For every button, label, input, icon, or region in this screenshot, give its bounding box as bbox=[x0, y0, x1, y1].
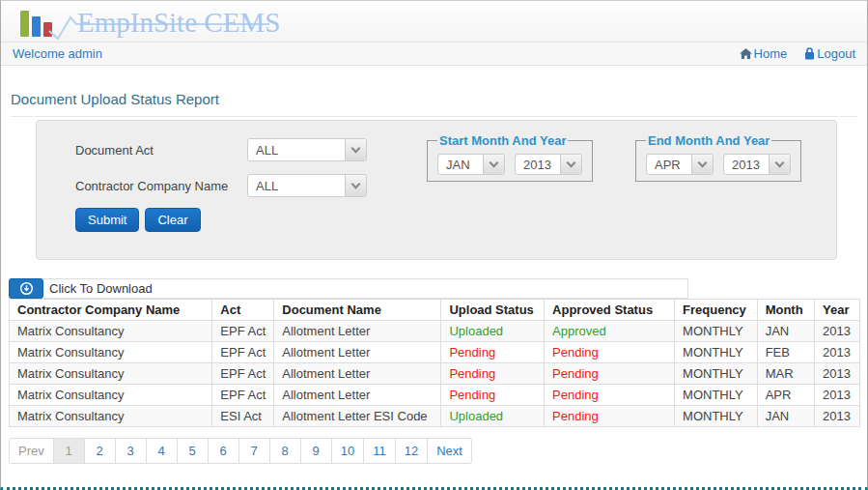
table-row: Matrix Consultancy EPF Act Allotment Let… bbox=[10, 363, 860, 385]
filter-panel: Document Act ALL Contractor Company Name… bbox=[36, 120, 837, 260]
cell-document: Allotment Letter ESI Code bbox=[274, 406, 441, 427]
download-toolbar: Click To Download bbox=[9, 278, 688, 299]
pagination-page-11[interactable]: 11 bbox=[363, 439, 395, 463]
table-row: Matrix Consultancy EPF Act Allotment Let… bbox=[10, 321, 860, 342]
cell-upload-status: Pending bbox=[441, 385, 545, 406]
pagination-prev[interactable]: Prev bbox=[10, 439, 53, 463]
end-year-value: 2013 bbox=[724, 158, 760, 172]
lock-icon bbox=[804, 47, 815, 60]
start-month-year-label: Start Month And Year bbox=[437, 133, 568, 148]
end-month-year-label: End Month And Year bbox=[646, 133, 771, 148]
logout-link[interactable]: Logout bbox=[804, 46, 855, 61]
home-link[interactable]: Home bbox=[740, 46, 788, 61]
cell-frequency: MONTHLY bbox=[675, 406, 758, 427]
end-month-select[interactable]: APR bbox=[646, 154, 714, 175]
app-title: EmpInSite CEMS bbox=[56, 4, 280, 41]
cell-approved-status: Pending bbox=[545, 385, 675, 406]
submit-button[interactable]: Submit bbox=[75, 208, 139, 232]
pagination-page-9[interactable]: 9 bbox=[300, 439, 331, 463]
col-contractor-company: Contractor Company Name bbox=[10, 300, 212, 321]
pagination-page-6[interactable]: 6 bbox=[208, 439, 238, 463]
cell-act: ESI Act bbox=[212, 406, 274, 427]
chevron-down-icon[interactable] bbox=[483, 155, 504, 174]
col-frequency: Frequency bbox=[675, 300, 758, 321]
app-window: EmpInSite CEMS Welcome admin Home Logout… bbox=[0, 0, 868, 490]
home-link-label: Home bbox=[754, 46, 788, 61]
download-button[interactable] bbox=[9, 278, 43, 299]
cell-act: EPF Act bbox=[212, 363, 274, 385]
download-label: Click To Download bbox=[49, 281, 153, 296]
cell-frequency: MONTHLY bbox=[675, 321, 758, 342]
cell-upload-status: Pending bbox=[441, 363, 545, 385]
cell-month: FEB bbox=[757, 342, 814, 363]
logout-link-label: Logout bbox=[817, 46, 855, 61]
cell-month: JAN bbox=[757, 321, 814, 342]
cell-upload-status: Uploaded bbox=[441, 321, 545, 342]
home-icon bbox=[740, 48, 752, 60]
cell-company: Matrix Consultancy bbox=[10, 342, 212, 363]
cell-document: Allotment Letter bbox=[274, 363, 441, 385]
pagination-page-12[interactable]: 12 bbox=[395, 439, 427, 463]
col-approved-status: Approved Status bbox=[545, 300, 675, 321]
contractor-company-value: ALL bbox=[248, 179, 278, 193]
end-month-value: APR bbox=[647, 158, 681, 172]
pagination-page-3[interactable]: 3 bbox=[115, 439, 146, 463]
col-act: Act bbox=[212, 300, 274, 321]
start-year-select[interactable]: 2013 bbox=[515, 154, 582, 175]
pagination-page-2[interactable]: 2 bbox=[84, 439, 115, 463]
brand-header: EmpInSite CEMS bbox=[1, 1, 867, 42]
table-row: Matrix Consultancy EPF Act Allotment Let… bbox=[10, 385, 860, 406]
cell-year: 2013 bbox=[815, 321, 860, 342]
pagination-page-7[interactable]: 7 bbox=[238, 439, 269, 463]
pagination-page-4[interactable]: 4 bbox=[146, 439, 177, 463]
cell-act: EPF Act bbox=[212, 321, 274, 342]
cell-frequency: MONTHLY bbox=[675, 363, 758, 385]
cell-company: Matrix Consultancy bbox=[10, 363, 212, 385]
start-month-value: JAN bbox=[438, 158, 470, 172]
table-row: Matrix Consultancy EPF Act Allotment Let… bbox=[10, 342, 860, 363]
chevron-down-icon[interactable] bbox=[560, 155, 581, 174]
cell-document: Allotment Letter bbox=[274, 342, 441, 363]
cell-act: EPF Act bbox=[212, 342, 274, 363]
start-month-select[interactable]: JAN bbox=[437, 154, 505, 175]
cell-company: Matrix Consultancy bbox=[10, 321, 212, 342]
cell-act: EPF Act bbox=[212, 385, 274, 406]
cell-approved-status: Approved bbox=[545, 321, 675, 342]
pagination-page-5[interactable]: 5 bbox=[177, 439, 208, 463]
cell-approved-status: Pending bbox=[545, 363, 675, 385]
cell-month: APR bbox=[757, 385, 814, 406]
welcome-message: Welcome admin bbox=[13, 46, 102, 61]
cell-document: Allotment Letter bbox=[274, 385, 441, 406]
cell-upload-status: Uploaded bbox=[441, 406, 545, 427]
cell-year: 2013 bbox=[815, 342, 860, 363]
bar-chart-logo-icon bbox=[20, 11, 52, 41]
document-act-label: Document Act bbox=[75, 143, 154, 158]
cell-month: JAN bbox=[757, 406, 814, 427]
cell-month: MAR bbox=[757, 363, 814, 385]
pagination-page-10[interactable]: 10 bbox=[331, 439, 363, 463]
pagination-page-8[interactable]: 8 bbox=[269, 439, 300, 463]
cell-year: 2013 bbox=[815, 363, 860, 385]
start-month-year-group: Start Month And Year JAN 2013 bbox=[427, 133, 593, 182]
cell-company: Matrix Consultancy bbox=[10, 385, 212, 406]
contractor-company-select[interactable]: ALL bbox=[247, 174, 367, 197]
chevron-down-icon[interactable] bbox=[769, 155, 790, 174]
app-logo: EmpInSite CEMS bbox=[20, 4, 280, 41]
pagination-next[interactable]: Next bbox=[427, 439, 471, 463]
clear-button[interactable]: Clear bbox=[145, 208, 200, 232]
chevron-down-icon[interactable] bbox=[345, 139, 366, 160]
col-document-name: Document Name bbox=[274, 300, 441, 321]
chevron-down-icon[interactable] bbox=[691, 155, 713, 174]
cell-year: 2013 bbox=[815, 385, 860, 406]
start-year-value: 2013 bbox=[516, 158, 551, 172]
table-header-row: Contractor Company Name Act Document Nam… bbox=[10, 300, 860, 321]
document-act-value: ALL bbox=[248, 143, 278, 158]
contractor-company-label: Contractor Company Name bbox=[75, 179, 228, 193]
pagination-page-1[interactable]: 1 bbox=[53, 439, 84, 463]
end-year-select[interactable]: 2013 bbox=[723, 154, 791, 175]
chevron-down-icon[interactable] bbox=[345, 175, 366, 196]
table-row: Matrix Consultancy ESI Act Allotment Let… bbox=[10, 406, 860, 427]
cell-approved-status: Pending bbox=[545, 406, 675, 427]
report-table: Contractor Company Name Act Document Nam… bbox=[9, 299, 860, 427]
document-act-select[interactable]: ALL bbox=[247, 138, 367, 161]
